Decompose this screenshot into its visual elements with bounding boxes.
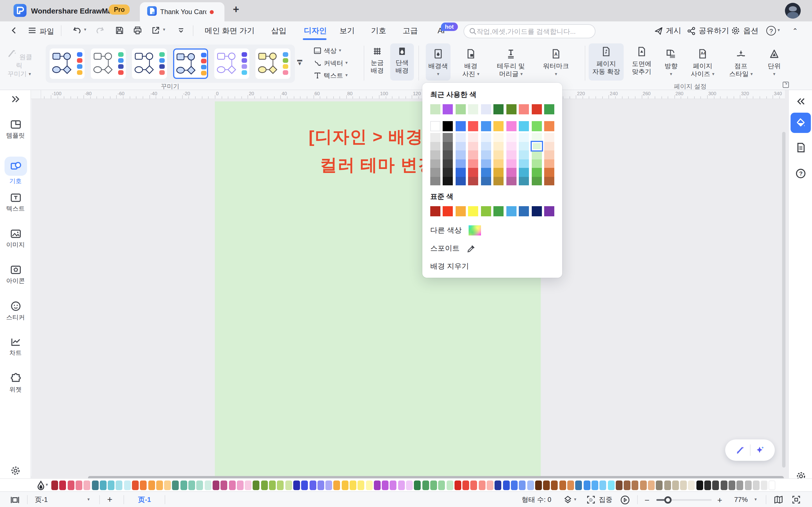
quick-color-62[interactable] <box>551 480 558 490</box>
quick-color-52[interactable] <box>470 480 477 490</box>
quick-color-77[interactable] <box>672 480 679 490</box>
theme-base-color-0[interactable] <box>430 121 441 131</box>
file-menu[interactable]: 파일 <box>40 26 54 37</box>
publish-button[interactable]: 게시 <box>654 21 681 40</box>
watermark-button[interactable]: A 워터마크▾ <box>539 43 573 79</box>
page-tab-1[interactable]: 页-1 <box>138 492 151 507</box>
recent-color-0[interactable] <box>430 104 441 114</box>
selected-color-cell[interactable] <box>531 142 542 151</box>
options-button[interactable]: 옵션 <box>731 21 758 40</box>
user-avatar[interactable] <box>785 3 801 18</box>
recent-color-8[interactable] <box>531 104 542 114</box>
document-tab[interactable]: Thank You Card ... <box>140 2 224 21</box>
page-list-panel-button[interactable] <box>789 142 812 153</box>
quick-color-86[interactable] <box>745 480 751 490</box>
theme-gallery-more-button[interactable]: ▬▼ <box>297 58 302 66</box>
quick-color-22[interactable] <box>229 480 236 490</box>
quick-color-57[interactable] <box>511 480 518 490</box>
quick-color-5[interactable] <box>92 480 98 490</box>
quick-color-74[interactable] <box>648 480 655 490</box>
presentation-play-button[interactable] <box>620 492 630 507</box>
print-icon[interactable] <box>133 25 143 36</box>
fit-to-screen-button[interactable] <box>792 492 801 507</box>
quick-color-56[interactable] <box>503 480 509 490</box>
quick-color-55[interactable] <box>495 480 502 490</box>
add-page-button[interactable]: + <box>107 492 112 507</box>
remove-background-item[interactable]: 배경 지우기 <box>430 260 554 273</box>
one-click-style-button[interactable]: 원클릭꾸미기 ▾ <box>4 48 34 79</box>
quick-color-42[interactable] <box>390 480 397 490</box>
theme-tint-9-0[interactable] <box>544 133 554 142</box>
quick-color-25[interactable] <box>253 480 260 490</box>
collapse-ribbon-button[interactable]: ⌃ <box>792 21 798 40</box>
quick-color-59[interactable] <box>527 480 534 490</box>
theme-tint-6-5[interactable] <box>506 177 516 185</box>
help-panel-button[interactable]: ? <box>789 168 812 179</box>
quick-color-11[interactable] <box>140 480 147 490</box>
standard-color-2[interactable] <box>456 206 466 216</box>
recent-color-9[interactable] <box>544 104 554 114</box>
quick-color-78[interactable] <box>680 480 687 490</box>
quick-color-75[interactable] <box>656 480 663 490</box>
sidebar-item-widgets[interactable]: 위젯 <box>0 373 31 394</box>
theme-tint-9-4[interactable] <box>544 168 554 177</box>
quick-color-76[interactable] <box>664 480 671 490</box>
recent-color-6[interactable] <box>506 104 516 114</box>
quick-color-46[interactable] <box>422 480 429 490</box>
theme-tint-4-0[interactable] <box>481 133 491 142</box>
menu-tab-0[interactable]: 메인 화면 가기 <box>205 21 255 40</box>
theme-tint-5-2[interactable] <box>493 151 504 159</box>
fill-panel-button-active[interactable] <box>791 113 811 133</box>
back-icon[interactable] <box>9 25 19 36</box>
quick-color-21[interactable] <box>221 480 227 490</box>
text-dropdown[interactable]: 텍스트▾ <box>313 69 348 82</box>
quick-color-45[interactable] <box>414 480 421 490</box>
quick-color-66[interactable] <box>583 480 590 490</box>
global-search[interactable] <box>463 24 596 38</box>
theme-tint-2-4[interactable] <box>456 168 466 177</box>
quick-color-9[interactable] <box>124 480 131 490</box>
hamburger-menu-icon[interactable] <box>27 25 37 36</box>
quick-color-29[interactable] <box>285 480 292 490</box>
quick-color-41[interactable] <box>382 480 389 490</box>
quick-color-17[interactable] <box>188 480 195 490</box>
quick-color-47[interactable] <box>430 480 437 490</box>
page-panel-toggle[interactable] <box>10 492 20 507</box>
theme-base-color-5[interactable] <box>493 121 504 131</box>
quick-color-10[interactable] <box>132 480 139 490</box>
background-color-button[interactable]: 배경색▾ <box>426 43 451 80</box>
quick-color-6[interactable] <box>100 480 107 490</box>
collapse-toolbar-icon[interactable] <box>176 25 186 36</box>
recent-color-7[interactable] <box>519 104 529 114</box>
quick-color-8[interactable] <box>116 480 123 490</box>
quick-color-34[interactable] <box>325 480 332 490</box>
menu-tab-4[interactable]: 기호 <box>371 21 386 40</box>
theme-tint-9-1[interactable] <box>544 142 554 151</box>
undo-dropdown-caret[interactable]: ▾ <box>84 27 86 32</box>
focus-label[interactable]: 집중 <box>599 492 612 507</box>
sidebar-item-text[interactable]: 텍스트 <box>0 193 31 213</box>
theme-tint-0-5[interactable] <box>430 177 441 185</box>
quick-color-37[interactable] <box>350 480 356 490</box>
undo-icon[interactable] <box>72 25 82 36</box>
theme-tint-0-3[interactable] <box>430 159 441 168</box>
quick-color-70[interactable] <box>616 480 622 490</box>
zoom-caret[interactable]: ▾ <box>755 492 757 507</box>
theme-tint-8-0[interactable] <box>531 133 542 142</box>
theme-tint-6-0[interactable] <box>506 133 516 142</box>
theme-option-1[interactable] <box>50 48 85 79</box>
standard-color-4[interactable] <box>481 206 491 216</box>
theme-option-4[interactable] <box>173 48 208 79</box>
theme-tint-1-3[interactable] <box>443 159 453 168</box>
theme-tint-6-1[interactable] <box>506 142 516 151</box>
quick-color-87[interactable] <box>753 480 760 490</box>
quick-color-12[interactable] <box>148 480 155 490</box>
connector-dropdown[interactable]: 커넥터▾ <box>313 57 348 69</box>
theme-tint-9-2[interactable] <box>544 151 554 159</box>
orientation-button[interactable]: 방향▾ <box>659 43 683 79</box>
quick-color-36[interactable] <box>342 480 348 490</box>
theme-tint-1-1[interactable] <box>443 142 453 151</box>
quick-color-38[interactable] <box>358 480 364 490</box>
quick-color-14[interactable] <box>164 480 171 490</box>
auto-expand-page-button[interactable]: 페이지자동 확장 <box>589 43 624 80</box>
